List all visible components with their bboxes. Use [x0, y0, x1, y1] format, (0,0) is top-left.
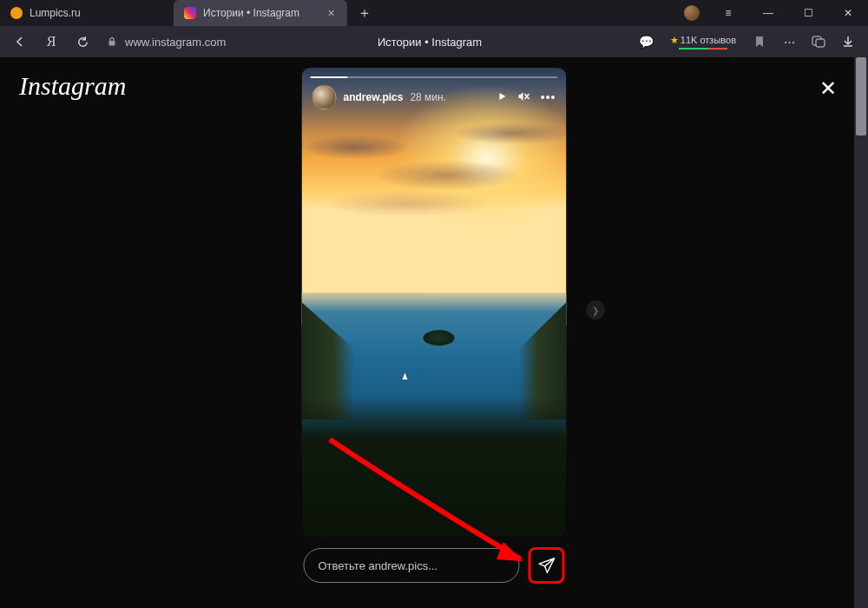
next-story-button[interactable]: ❯ [586, 301, 605, 320]
minimize-button[interactable]: ― [748, 0, 788, 26]
story-username[interactable]: andrew.pics [344, 91, 404, 103]
play-icon[interactable] [497, 91, 508, 104]
story-progress-fill [311, 76, 348, 78]
page-content: Instagram ✕ [0, 57, 868, 608]
svg-rect-2 [816, 39, 825, 47]
story-time: 28 мин. [410, 91, 446, 103]
reviews-bar [679, 48, 727, 50]
instagram-logo[interactable]: Instagram [19, 71, 126, 101]
boat [402, 373, 407, 380]
reply-input[interactable] [304, 548, 520, 583]
scrollbar-thumb[interactable] [856, 57, 866, 135]
send-button[interactable] [529, 547, 565, 584]
lock-icon [106, 36, 118, 48]
story-media[interactable]: andrew.pics 28 мин. ••• [302, 68, 567, 537]
tab-title: Lumpics.ru [30, 7, 163, 19]
tab-title: Истории • Instagram [203, 7, 318, 19]
reply-row [302, 547, 567, 584]
page-title: Истории • Instagram [231, 36, 628, 49]
story-progress [311, 76, 558, 78]
favicon-lumpics [10, 7, 23, 19]
sidebar-icon[interactable] [806, 29, 832, 55]
reviews-text: 11K отзывов [681, 35, 736, 45]
close-story-button[interactable]: ✕ [819, 76, 837, 101]
mute-icon[interactable] [518, 91, 530, 104]
story-more-icon[interactable]: ••• [541, 90, 556, 104]
user-avatar[interactable] [312, 85, 337, 109]
download-icon[interactable] [835, 29, 861, 55]
clouds-layer [302, 105, 567, 246]
translate-icon[interactable]: 💬 [634, 29, 660, 55]
tab-instagram[interactable]: Истории • Instagram ✕ [174, 0, 347, 26]
menu-icon[interactable]: ≡ [708, 0, 748, 26]
reviews-badge[interactable]: ★ 11K отзывов [663, 35, 743, 50]
forest-layer [302, 396, 567, 537]
send-icon [537, 556, 556, 575]
star-icon: ★ [670, 35, 679, 46]
favicon-instagram [184, 7, 196, 19]
close-icon[interactable]: ✕ [325, 7, 337, 19]
close-window-button[interactable]: ✕ [828, 0, 868, 26]
maximize-button[interactable]: ☐ [788, 0, 828, 26]
yandex-icon[interactable]: Я [38, 29, 64, 55]
browser-toolbar: Я www.instagram.com Истории • Instagram … [0, 26, 868, 57]
url-host: www.instagram.com [125, 36, 226, 49]
new-tab-button[interactable]: ＋ [352, 1, 377, 25]
bookmark-icon[interactable] [746, 29, 773, 55]
scrollbar[interactable] [854, 57, 868, 608]
back-button[interactable] [7, 29, 33, 55]
url-bar[interactable]: www.instagram.com [106, 30, 226, 54]
profile-avatar[interactable] [684, 5, 700, 21]
story-container: andrew.pics 28 мин. ••• [302, 68, 567, 584]
story-header: andrew.pics 28 мин. ••• [312, 85, 556, 109]
svg-rect-0 [109, 41, 115, 46]
reload-button[interactable] [69, 29, 95, 55]
browser-titlebar: Lumpics.ru Истории • Instagram ✕ ＋ ≡ ― ☐… [0, 0, 868, 26]
tab-lumpics[interactable]: Lumpics.ru [0, 0, 174, 26]
more-icon[interactable]: ⋯ [776, 29, 802, 55]
